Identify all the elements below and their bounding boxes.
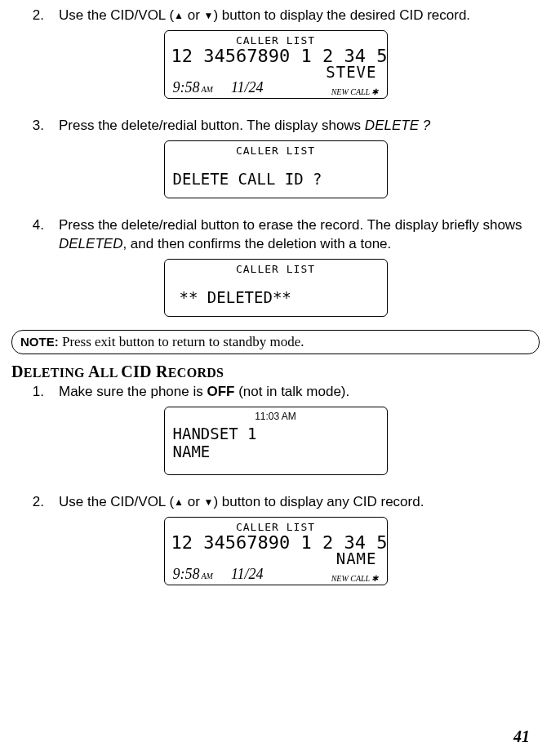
step-a3: 3. Press the delete/redial button. The d… <box>26 117 525 136</box>
h: LL <box>100 366 121 380</box>
h: R <box>156 362 168 380</box>
up-arrow-icon: ▲ <box>174 496 184 508</box>
step-a4: 4. Press the delete/redial button to era… <box>26 216 525 254</box>
down-arrow-icon: ▼ <box>204 496 214 508</box>
step-num: 2. <box>26 493 44 512</box>
step-text: Press the delete/redial button. The disp… <box>59 117 525 136</box>
step-b2: 2. Use the CID/VOL (▲ or ▼) button to di… <box>26 493 525 512</box>
lcd-header: CALLER LIST <box>171 145 380 157</box>
lcd-date: 11/24 <box>231 79 264 96</box>
step-text: Press the delete/redial button to erase … <box>59 216 525 254</box>
lcd-display-2: CALLER LIST DELETE CALL ID ? <box>26 140 525 198</box>
lcd-time: 9:58 <box>173 79 200 96</box>
lcd-message: DELETE CALL ID ? <box>171 157 380 196</box>
t: Make sure the phone is <box>59 384 207 399</box>
note-text: Press exit button to return to standby m… <box>59 334 304 349</box>
lcd-clock: 11:03 AM <box>171 411 380 422</box>
h: ELETING <box>24 366 88 380</box>
t: or <box>184 494 204 509</box>
h: D <box>11 362 24 380</box>
lcd-line1: HANDSET 1 <box>173 425 380 443</box>
lcd-time: 9:58 <box>173 566 200 582</box>
t: (not in talk mode). <box>234 384 349 399</box>
lcd-ampm: AM <box>202 571 213 580</box>
lcd-flags: NEW CALL ✱ <box>282 574 379 583</box>
lcd-display-5: CALLER LIST 12 34567890 1 2 34 5 NAME 9:… <box>26 517 525 585</box>
note-box: NOTE: Press exit button to return to sta… <box>11 330 540 354</box>
t: or <box>184 7 204 23</box>
lcd-display-1: CALLER LIST 12 34567890 1 2 34 5 STEVE 9… <box>26 30 525 99</box>
step-num: 2. <box>26 7 44 25</box>
lcd-display-3: CALLER LIST ** DELETED** <box>26 259 525 317</box>
lcd-header: CALLER LIST <box>171 521 380 533</box>
page-number: 41 <box>513 727 530 746</box>
lcd-flags: NEW CALL ✱ <box>282 87 379 96</box>
lcd-display-4: 11:03 AM HANDSET 1 NAME <box>26 407 525 475</box>
t: Use the CID/VOL ( <box>59 7 174 23</box>
step-a2: 2. Use the CID/VOL (▲ or ▼) button to di… <box>26 7 525 25</box>
t: ) button to display any CID record. <box>213 494 424 509</box>
step-num: 1. <box>26 383 44 402</box>
step-num: 4. <box>26 216 44 254</box>
down-arrow-icon: ▼ <box>204 10 214 21</box>
step-num: 3. <box>26 117 44 136</box>
lcd-date: 11/24 <box>231 566 264 583</box>
lcd-line2: NAME <box>173 443 380 461</box>
note-label: NOTE: <box>20 335 59 349</box>
lcd-caller-name: STEVE <box>171 65 380 79</box>
h: CID <box>121 362 156 380</box>
step-b1: 1. Make sure the phone is OFF (not in ta… <box>26 383 525 402</box>
t: Press the delete/redial button. The disp… <box>59 118 365 133</box>
t: Press the delete/redial button to erase … <box>59 217 522 233</box>
h: ECORDS <box>168 366 224 380</box>
ital: DELETED <box>59 236 122 251</box>
lcd-header: CALLER LIST <box>171 34 380 47</box>
t: , and then confirms the deletion with a … <box>122 236 391 251</box>
b: OFF <box>207 384 234 399</box>
lcd-message: ** DELETED** <box>171 275 380 314</box>
section-heading: DELETING ALL CID RECORDS <box>11 362 525 381</box>
lcd-ampm: AM <box>202 85 213 94</box>
step-text: Use the CID/VOL (▲ or ▼) button to displ… <box>59 7 525 25</box>
t: Use the CID/VOL ( <box>59 494 174 509</box>
t: ) button to display the desired CID reco… <box>213 7 470 23</box>
step-text: Use the CID/VOL (▲ or ▼) button to displ… <box>59 493 525 512</box>
lcd-header: CALLER LIST <box>171 263 380 275</box>
h: A <box>88 362 100 380</box>
ital: DELETE ? <box>365 118 430 133</box>
up-arrow-icon: ▲ <box>174 10 184 21</box>
step-text: Make sure the phone is OFF (not in talk … <box>59 383 525 402</box>
lcd-caller-name: NAME <box>171 552 380 566</box>
